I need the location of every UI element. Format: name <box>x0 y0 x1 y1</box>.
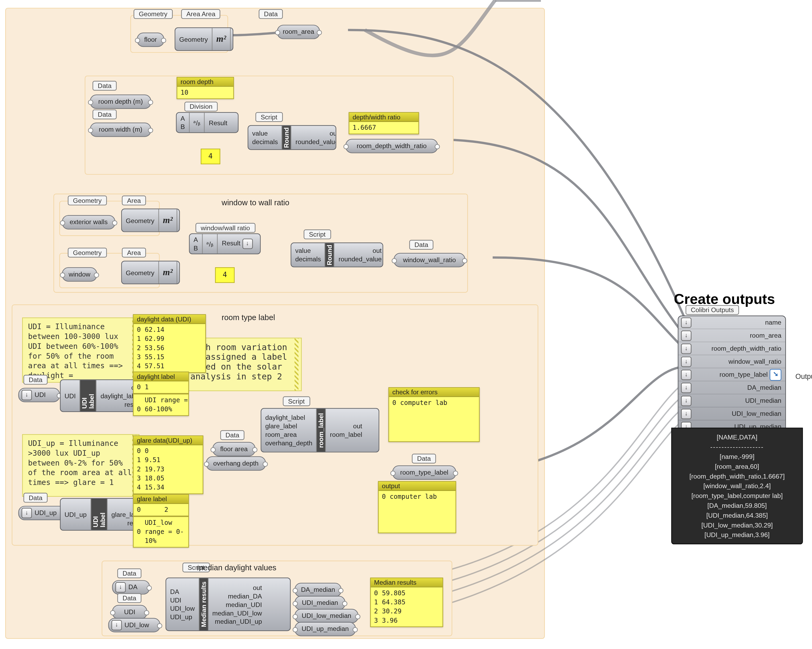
dash: ------------------- <box>677 442 797 452</box>
panel-udi-range[interactable]: UDI range = 0 60-100% <box>133 394 189 416</box>
param-room-type-label[interactable]: room_type_label <box>392 466 456 480</box>
down-icon[interactable]: ↓ <box>21 508 32 518</box>
title: room depth <box>177 78 234 87</box>
comp-division-2[interactable]: AB ᵃ/ᵦ Result ↓ <box>189 234 261 254</box>
param-rdwr[interactable]: room_depth_width_ratio <box>345 139 438 153</box>
comp-room-label[interactable]: daylight_labelglare_labelroom_areaoverha… <box>261 408 379 452</box>
param-room-width[interactable]: room width (m) <box>90 122 151 137</box>
note-handle[interactable] <box>295 339 299 391</box>
label-division: Division <box>185 102 218 111</box>
label-geom-2: Geometry <box>68 196 107 206</box>
comp-area-window[interactable]: Geometry m² AreaCentroid <box>121 261 180 284</box>
band: room_label <box>317 409 325 452</box>
down-icon[interactable]: ↓ <box>681 396 691 406</box>
label-data-5: Data <box>23 375 47 385</box>
down-icon[interactable]: ↓ <box>681 357 691 367</box>
text: UDI <box>124 608 135 615</box>
panel-median-results[interactable]: Median results 0 59.805 1 64.385 2 30.29… <box>370 577 443 627</box>
band: Median results <box>199 578 208 631</box>
title: Median results <box>371 578 443 587</box>
text: room depth (m) <box>98 98 143 105</box>
param-room-area[interactable]: room_area <box>277 25 320 39</box>
param-udi-up-median[interactable]: UDI_up_median <box>295 622 356 636</box>
param-udi-low-median[interactable]: UDI_low_median <box>295 609 358 623</box>
down-icon[interactable]: ↓ <box>242 238 252 249</box>
text: exterior walls <box>70 218 108 226</box>
chip-4b[interactable]: 4 <box>215 267 235 283</box>
comp-median-results[interactable]: DAUDIUDI_lowUDI_up Median results outmed… <box>166 577 291 631</box>
label-area-1: Area Area <box>181 9 221 19</box>
param-floor-area[interactable]: floor area <box>212 442 255 456</box>
param-da-median[interactable]: DA_median <box>295 583 342 597</box>
panel-output[interactable]: output 0 computer lab <box>378 481 456 533</box>
label-data-6: Data <box>23 493 47 503</box>
comp-colibri-outputs[interactable]: ↓name ↓room_area ↓room_depth_width_ratio… <box>678 316 786 434</box>
v: value <box>248 129 282 137</box>
m2-icon: m² <box>163 267 173 278</box>
p4: overhang_depth <box>261 439 316 447</box>
title: daylight data (UDI) <box>134 315 206 324</box>
text: UDI_median <box>302 599 338 606</box>
i3: UDI_low <box>166 604 198 613</box>
down-icon[interactable]: ↓ <box>681 370 691 380</box>
down-icon[interactable]: ↓ <box>681 330 691 341</box>
label-geom-3: Geometry <box>68 248 107 258</box>
param-udi-low[interactable]: ↓UDI_low <box>108 618 160 632</box>
panel-udi-data[interactable]: daylight data (UDI) 0 62.14 1 62.99 2 53… <box>133 314 206 373</box>
panel-glare-label[interactable]: glare label 0 2 <box>133 494 189 516</box>
comp-round-1[interactable]: valuedecimals Round outrounded_value <box>248 125 336 150</box>
panel-output-data: [NAME,DATA] ------------------- [name,-9… <box>671 428 803 544</box>
title: daylight label <box>134 372 188 381</box>
comp-division-1[interactable]: AB ᵃ/ᵦ Result <box>176 112 238 133</box>
down-icon[interactable]: ↓ <box>681 318 691 328</box>
label-data-8: Data <box>412 454 436 463</box>
param-da[interactable]: ↓DA <box>112 580 150 594</box>
down-icon[interactable]: ↓ <box>681 409 691 419</box>
param-udi-2[interactable]: UDI <box>112 605 147 619</box>
panel-daylight-label[interactable]: daylight label 0 1 <box>133 372 189 394</box>
label-data-2: Data <box>93 81 117 91</box>
down-icon[interactable]: ↓ <box>111 620 122 631</box>
d1: [room_area,60] <box>677 461 797 471</box>
panel-check-errors[interactable]: check for errors 0 computer lab <box>388 387 479 442</box>
panel-udi-low-range[interactable]: UDI_low 0 range = 0- 10% <box>133 516 189 548</box>
text: room_area <box>283 28 314 35</box>
body: 0 0 1 9.51 2 19.73 3 18.05 4 15.34 <box>134 445 203 493</box>
d: decimals <box>291 255 325 264</box>
down-icon[interactable]: ↓ <box>21 390 32 400</box>
param-ext-walls[interactable]: exterior walls <box>62 215 115 229</box>
body: 0 1 <box>134 381 188 393</box>
down-icon[interactable]: ↓ <box>681 383 691 393</box>
comp-area-floor[interactable]: Geometry m² AreaCentroid <box>175 27 234 51</box>
param-floor[interactable]: floor <box>137 33 164 47</box>
panel-room-depth[interactable]: room depth 10 <box>177 77 234 99</box>
panel-glare-data[interactable]: glare data(UDI_up) 0 0 1 9.51 2 19.73 3 … <box>133 435 203 494</box>
down-icon[interactable]: ↓ <box>115 582 126 592</box>
title-room-type: room type label <box>222 313 275 322</box>
down-icon[interactable]: ↓ <box>681 344 691 354</box>
t: UDI_up = Illuminance >3000 lux UDI_up be… <box>28 439 131 487</box>
label-data-3: Data <box>93 110 117 119</box>
title-median: median daylight values <box>197 563 276 572</box>
chip-4a[interactable]: 4 <box>201 149 220 164</box>
comp-round-2[interactable]: valuedecimals Round outrounded_value <box>291 243 383 267</box>
r: rounded_value <box>335 255 383 264</box>
param-overhang[interactable]: overhang depth <box>206 456 266 470</box>
param-udi[interactable]: ↓UDI <box>18 388 60 402</box>
out-centroid: Centroid <box>231 39 234 47</box>
text: DA <box>128 583 137 591</box>
param-wwr[interactable]: window_wall_ratio <box>394 253 466 267</box>
p2: glare_label <box>261 421 316 430</box>
comp-area-ext[interactable]: Geometry m² AreaCentroid <box>121 209 180 232</box>
outputs-label: Outputs <box>795 372 812 380</box>
param-window[interactable]: window <box>62 267 97 282</box>
label-data-4: Data <box>409 240 433 250</box>
label-area-3: Area <box>122 248 146 258</box>
body: 0 computer lab <box>379 491 456 502</box>
sym: ᵃ/ᵦ <box>189 113 205 133</box>
param-udi-median[interactable]: UDI_median <box>295 596 345 610</box>
panel-dwr[interactable]: depth/width ratio 1.6667 <box>349 112 419 134</box>
param-room-depth[interactable]: room depth (m) <box>90 95 151 109</box>
d: decimals <box>248 137 282 146</box>
text: overhang depth <box>213 460 258 467</box>
